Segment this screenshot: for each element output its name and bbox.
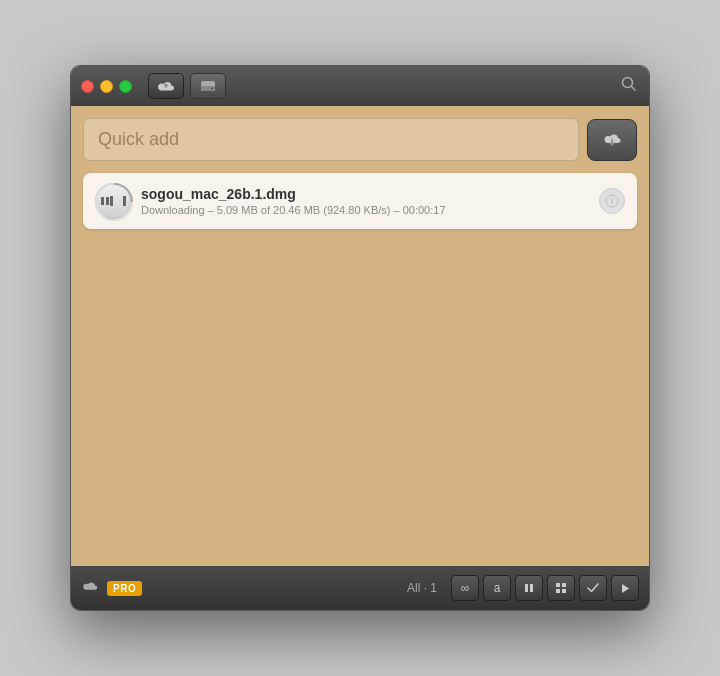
main-content: sogou_mac_26b.1.dmg Downloading – 5.09 M… — [71, 106, 649, 566]
grid-button[interactable] — [547, 575, 575, 601]
cloud-download-icon — [601, 131, 623, 149]
svg-line-4 — [632, 87, 636, 91]
pause-button[interactable] — [95, 183, 131, 219]
download-item: sogou_mac_26b.1.dmg Downloading – 5.09 M… — [83, 173, 637, 229]
svg-point-3 — [623, 78, 633, 88]
svg-rect-14 — [556, 583, 560, 587]
svg-rect-12 — [525, 584, 528, 592]
hdd-button[interactable] — [190, 73, 226, 99]
svg-rect-15 — [562, 583, 566, 587]
quick-add-bar — [83, 118, 637, 161]
svg-point-10 — [611, 198, 613, 200]
pause-all-icon — [524, 583, 534, 593]
play-icon — [620, 583, 630, 594]
traffic-lights — [81, 80, 132, 93]
close-button[interactable] — [81, 80, 94, 93]
search-icon — [621, 76, 637, 92]
svg-marker-18 — [622, 584, 629, 593]
download-status: Downloading – 5.09 MB of 20.46 MB (924.8… — [141, 204, 589, 216]
progress-ring — [94, 182, 134, 222]
cloud-icon[interactable] — [81, 579, 99, 597]
search-button[interactable] — [621, 76, 637, 96]
maximize-button[interactable] — [119, 80, 132, 93]
svg-rect-16 — [556, 589, 560, 593]
check-icon — [587, 583, 599, 593]
infinity-button[interactable]: ∞ — [451, 575, 479, 601]
minimize-button[interactable] — [100, 80, 113, 93]
upload-cloud-icon — [157, 79, 175, 93]
upload-cloud-button[interactable] — [148, 73, 184, 99]
download-info: sogou_mac_26b.1.dmg Downloading – 5.09 M… — [141, 186, 589, 216]
svg-rect-17 — [562, 589, 566, 593]
titlebar — [71, 66, 649, 106]
cloud-bottom-icon — [81, 580, 99, 593]
download-filename: sogou_mac_26b.1.dmg — [141, 186, 589, 202]
pro-badge[interactable]: PRO — [107, 581, 142, 596]
info-icon — [605, 194, 619, 208]
play-button[interactable] — [611, 575, 639, 601]
svg-rect-13 — [530, 584, 533, 592]
download-action-button[interactable] — [599, 188, 625, 214]
pause-all-button[interactable] — [515, 575, 543, 601]
svg-point-2 — [211, 88, 213, 90]
add-download-button[interactable] — [587, 119, 637, 161]
quick-add-input[interactable] — [83, 118, 579, 161]
hdd-icon — [200, 78, 216, 94]
grid-icon — [555, 582, 567, 594]
check-button[interactable] — [579, 575, 607, 601]
bottombar: PRO All · 1 ∞ a — [71, 566, 649, 610]
main-window: sogou_mac_26b.1.dmg Downloading – 5.09 M… — [70, 65, 650, 611]
titlebar-buttons — [148, 73, 226, 99]
bottom-controls: ∞ a — [451, 575, 639, 601]
download-stats: All · 1 — [407, 581, 437, 595]
alpha-button[interactable]: a — [483, 575, 511, 601]
